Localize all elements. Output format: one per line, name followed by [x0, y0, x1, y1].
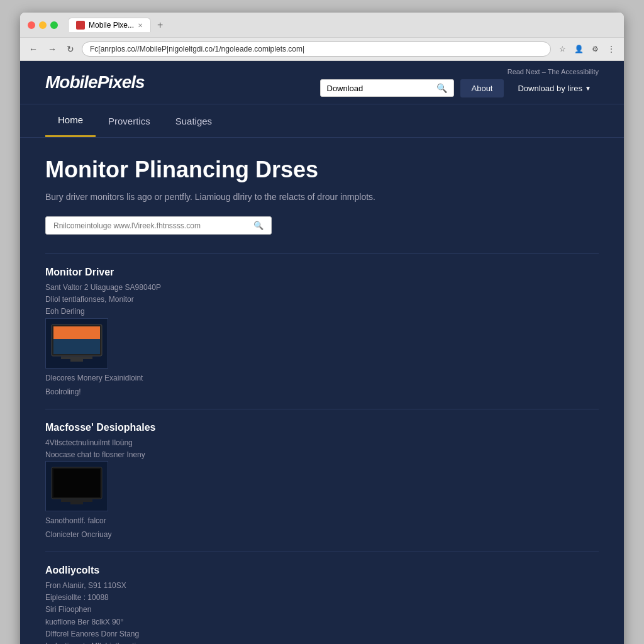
- forward-button[interactable]: →: [45, 43, 59, 55]
- nav-item-home[interactable]: Home: [45, 104, 96, 137]
- minimize-traffic-light[interactable]: [39, 21, 47, 29]
- page-subtitle: Bury driver monitors lis ago or pentfly.…: [45, 191, 599, 204]
- content-search-input[interactable]: [53, 221, 253, 230]
- browser-tab-active[interactable]: Mobile Pixe... ✕: [68, 18, 151, 32]
- svg-rect-10: [70, 502, 83, 504]
- product-info-1: Monitor Driver Sant Valtor 2 Uiaguage SA…: [45, 267, 599, 396]
- product-item-macfosse: Macfosse' Desiophales 4Vtlsctectnulinuil…: [45, 409, 599, 552]
- product-detail-3c: Siri Flioophen: [45, 604, 599, 616]
- browser-window: Mobile Pixe... ✕ + ← → ↻ ☆ 👤 ⚙ ⋮ MobileP…: [20, 13, 624, 644]
- svg-rect-6: [53, 326, 100, 339]
- browser-toolbar: ← → ↻ ☆ 👤 ⚙ ⋮: [20, 38, 624, 61]
- product-name-1: Monitor Driver: [45, 267, 599, 278]
- product-image-1: [45, 318, 108, 369]
- monitor-svg-1: [48, 321, 105, 365]
- download-by-lines-button[interactable]: Download by lires ▼: [510, 79, 599, 97]
- chevron-down-icon: ▼: [585, 85, 591, 92]
- content-search-box: 🔍: [45, 216, 272, 235]
- header-right: Read Next – The Accessibility 🔍 About Do…: [320, 68, 599, 97]
- star-icon[interactable]: ☆: [556, 43, 569, 55]
- monitor-svg-2: [48, 464, 105, 508]
- page-title: Monitor Plinancing Drses: [45, 157, 599, 183]
- svg-rect-3: [70, 359, 83, 362]
- menu-icon[interactable]: ⋮: [605, 43, 618, 55]
- extensions-icon[interactable]: ⚙: [589, 43, 601, 55]
- product-item-monitor-driver: Monitor Driver Sant Valtor 2 Uiaguage SA…: [45, 253, 599, 409]
- product-footer-2a: Sanothontlf. falcor: [45, 516, 599, 525]
- site-header: MobilePixels Read Next – The Accessibili…: [20, 61, 624, 104]
- toolbar-icons: ☆ 👤 ⚙ ⋮: [556, 43, 618, 55]
- main-content: Monitor Plinancing Drses Bury driver mon…: [20, 138, 624, 644]
- tab-bar: Mobile Pixe... ✕ +: [68, 18, 616, 32]
- svg-rect-9: [61, 499, 92, 502]
- nav-item-suatiges[interactable]: Suatiges: [163, 106, 225, 136]
- profile-icon[interactable]: 👤: [572, 43, 585, 55]
- traffic-lights: [28, 21, 58, 29]
- product-info-3: Aodliycolts Fron Alanür, S91 110SX Eiple…: [45, 565, 599, 644]
- product-list: Monitor Driver Sant Valtor 2 Uiaguage SA…: [45, 253, 599, 644]
- browser-titlebar: Mobile Pixe... ✕ +: [20, 13, 624, 38]
- about-button[interactable]: About: [460, 79, 504, 97]
- product-detail-1a: Sant Valtor 2 Uiaguage SA98040P: [45, 282, 599, 294]
- site-nav: Home Provertics Suatiges: [20, 104, 624, 138]
- svg-rect-5: [53, 339, 100, 354]
- address-bar[interactable]: [82, 42, 551, 57]
- product-name-2: Macfosse' Desiophales: [45, 422, 599, 433]
- nav-item-provertics[interactable]: Provertics: [96, 106, 163, 136]
- product-detail-3a: Fron Alanür, S91 110SX: [45, 580, 599, 592]
- back-button[interactable]: ←: [26, 43, 40, 55]
- product-name-3: Aodliycolts: [45, 565, 599, 576]
- product-footer-1a: Dlecores Monery Exainidloint: [45, 374, 599, 382]
- header-top-link[interactable]: Read Next – The Accessibility: [508, 68, 599, 75]
- product-footer-2b: Cloniceter Oncriuay: [45, 530, 599, 539]
- product-detail-1b: Dliol tentlafionses, Monitor: [45, 294, 599, 306]
- product-detail-2b: Noocase chat to flosner Ineny: [45, 449, 599, 461]
- download-by-lines-label: Download by lires: [518, 84, 582, 93]
- website-content: MobilePixels Read Next – The Accessibili…: [20, 61, 624, 644]
- header-actions: 🔍 About Download by lires ▼: [320, 79, 599, 97]
- product-info-2: Macfosse' Desiophales 4Vtlsctectnulinuil…: [45, 422, 599, 539]
- product-detail-3e: Dlffcrel Eanores Donr Stang: [45, 628, 599, 640]
- content-search-icon[interactable]: 🔍: [253, 221, 264, 230]
- product-detail-3d: kuofllone Ber 8clkX 90°: [45, 616, 599, 628]
- refresh-button[interactable]: ↻: [64, 43, 77, 55]
- svg-rect-8: [53, 469, 100, 497]
- close-traffic-light[interactable]: [28, 21, 35, 29]
- product-footer-1b: Boolroling!: [45, 387, 599, 396]
- tab-close-btn[interactable]: ✕: [138, 22, 143, 29]
- product-detail-2a: 4Vtlsctectnulinuilmt Iloüng: [45, 437, 599, 449]
- site-logo: MobilePixels: [45, 61, 145, 104]
- header-search-input[interactable]: [327, 84, 433, 93]
- header-search-box: 🔍: [320, 79, 454, 97]
- product-image-2: [45, 461, 108, 511]
- header-search-button[interactable]: 🔍: [436, 83, 447, 93]
- product-detail-1c: Eoh Derling: [45, 306, 599, 318]
- new-tab-button[interactable]: +: [153, 18, 167, 32]
- product-item-aodliycolts: Aodliycolts Fron Alanür, S91 110SX Eiple…: [45, 552, 599, 644]
- tab-favicon: [76, 21, 85, 30]
- product-detail-3f: Inclustions to Mlk Lintherstings: [45, 640, 599, 644]
- tab-title: Mobile Pixe...: [89, 21, 134, 30]
- product-detail-3b: Eiplesiollte : 10088: [45, 592, 599, 604]
- maximize-traffic-light[interactable]: [50, 21, 58, 29]
- svg-rect-2: [61, 357, 92, 359]
